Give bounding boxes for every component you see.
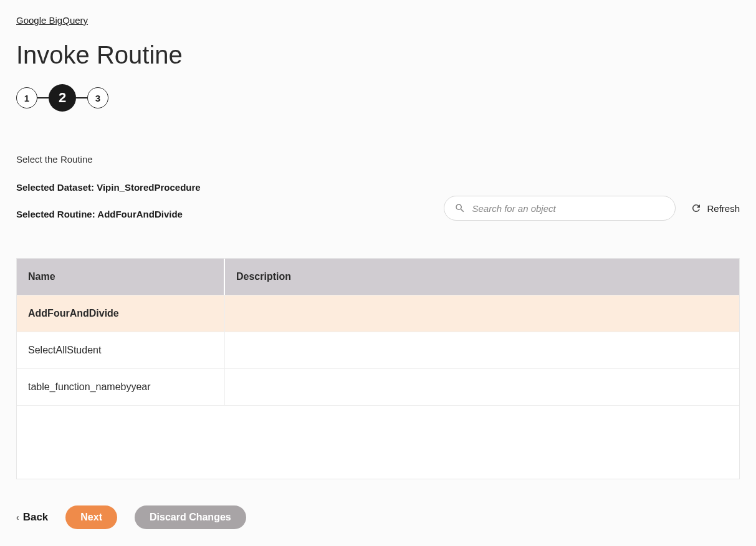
stepper: 1 2 3 [16, 84, 740, 112]
table-header: Name Description [17, 259, 739, 295]
refresh-icon [691, 203, 702, 214]
cell-name: table_function_namebyyear [17, 369, 225, 405]
breadcrumb[interactable]: Google BigQuery [16, 15, 88, 26]
discard-button[interactable]: Discard Changes [135, 505, 246, 529]
search-wrap[interactable] [444, 196, 676, 221]
chevron-left-icon: ‹ [16, 512, 19, 522]
header-description: Description [225, 259, 739, 295]
table-row[interactable]: table_function_namebyyear [17, 368, 739, 405]
search-icon [454, 203, 466, 214]
refresh-label: Refresh [707, 203, 740, 214]
cell-description [225, 332, 739, 368]
step-1[interactable]: 1 [16, 87, 37, 108]
table-empty-area [17, 405, 739, 479]
step-connector [76, 97, 87, 98]
back-button[interactable]: ‹ Back [16, 511, 48, 524]
next-button[interactable]: Next [65, 505, 117, 529]
table-row[interactable]: AddFourAndDivide [17, 295, 739, 332]
step-3[interactable]: 3 [87, 87, 108, 108]
section-label: Select the Routine [16, 154, 740, 165]
cell-description [225, 369, 739, 405]
table-row[interactable]: SelectAllStudent [17, 332, 739, 368]
cell-description [225, 295, 739, 332]
back-label: Back [23, 511, 49, 524]
cell-name: SelectAllStudent [17, 332, 225, 368]
step-2[interactable]: 2 [49, 84, 76, 112]
refresh-button[interactable]: Refresh [691, 203, 740, 214]
search-input[interactable] [472, 203, 665, 214]
step-connector [37, 97, 49, 98]
routine-table: Name Description AddFourAndDivide Select… [16, 258, 740, 479]
header-name: Name [17, 259, 225, 295]
page-title: Invoke Routine [16, 41, 740, 69]
footer-actions: ‹ Back Next Discard Changes [16, 505, 740, 529]
selected-dataset: Selected Dataset: Vipin_StoredProcedure [16, 182, 740, 193]
cell-name: AddFourAndDivide [17, 295, 225, 332]
